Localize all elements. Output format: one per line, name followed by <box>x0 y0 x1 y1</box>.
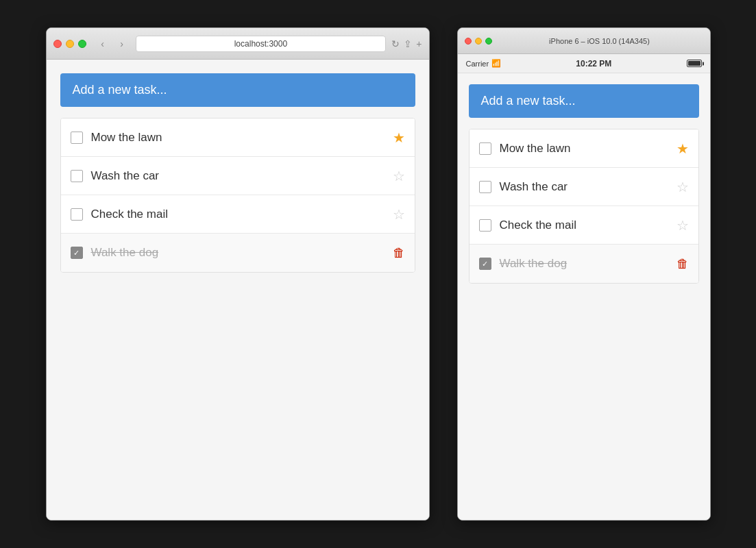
task-list-phone: Mow the lawn ★ Wash the car ☆ Check the … <box>469 129 699 284</box>
task-label-4: Walk the dog <box>91 246 385 260</box>
phone-task-checkbox-4[interactable] <box>479 258 491 270</box>
back-button[interactable]: ‹ <box>95 36 111 52</box>
phone-minimize-button[interactable] <box>475 38 482 45</box>
star-icon-3[interactable]: ☆ <box>393 206 405 223</box>
phone-star-icon-1[interactable]: ★ <box>676 140 689 157</box>
phone-content: Add a new task... Mow the lawn ★ Wash th… <box>458 73 710 520</box>
task-label-3: Check the mail <box>91 208 385 221</box>
browser-window: ‹ › localhost:3000 ↻ ⇪ + Add a new task.… <box>46 27 430 521</box>
carrier-label: Carrier 📶 <box>466 59 502 68</box>
task-input-placeholder-browser: Add a new task... <box>73 83 167 97</box>
new-tab-icon[interactable]: + <box>416 38 422 49</box>
reload-icon[interactable]: ↻ <box>391 38 400 49</box>
task-row: Check the mail ☆ <box>61 195 415 234</box>
phone-task-checkbox-1[interactable] <box>479 142 491 155</box>
browser-titlebar: ‹ › localhost:3000 ↻ ⇪ + <box>47 28 429 60</box>
phone-task-label-4: Walk the dog <box>500 257 668 271</box>
phone-traffic-lights <box>465 38 492 45</box>
task-row: Mow the lawn ★ <box>470 129 698 168</box>
phone-status-bar: Carrier 📶 10:22 PM <box>458 54 710 73</box>
browser-nav: ‹ › <box>95 36 130 52</box>
phone-task-label-1: Mow the lawn <box>500 142 668 155</box>
phone-task-label-3: Check the mail <box>500 219 668 232</box>
task-input-phone[interactable]: Add a new task... <box>469 84 699 118</box>
phone-maximize-button[interactable] <box>485 38 492 45</box>
task-row: Wash the car ☆ <box>61 157 415 195</box>
phone-window: iPhone 6 – iOS 10.0 (14A345) Carrier 📶 1… <box>457 27 711 521</box>
close-button[interactable] <box>53 40 62 48</box>
task-label-1: Mow the lawn <box>91 131 385 145</box>
trash-icon-4[interactable]: 🗑 <box>393 246 405 260</box>
task-checkbox-2[interactable] <box>71 170 83 182</box>
task-row: Wash the car ☆ <box>470 168 698 206</box>
task-checkbox-1[interactable] <box>71 132 83 144</box>
carrier-text: Carrier <box>466 60 489 68</box>
browser-content: Add a new task... Mow the lawn ★ Wash th… <box>47 60 429 520</box>
task-row: Walk the dog 🗑 <box>61 234 415 272</box>
url-text: localhost:3000 <box>234 39 287 49</box>
phone-star-icon-3[interactable]: ☆ <box>676 217 689 234</box>
battery-indicator <box>687 60 702 67</box>
task-checkbox-3[interactable] <box>71 208 83 221</box>
forward-button[interactable]: › <box>114 36 130 52</box>
phone-title: iPhone 6 – iOS 10.0 (14A345) <box>496 37 703 45</box>
address-bar[interactable]: localhost:3000 <box>136 36 387 52</box>
phone-task-checkbox-2[interactable] <box>479 181 491 193</box>
task-list-browser: Mow the lawn ★ Wash the car ☆ Check the … <box>60 118 415 273</box>
task-checkbox-4[interactable] <box>71 247 83 259</box>
task-row: Mow the lawn ★ <box>61 119 415 157</box>
task-input-placeholder-phone: Add a new task... <box>481 94 576 108</box>
star-icon-2[interactable]: ☆ <box>393 168 405 184</box>
traffic-lights <box>53 40 86 48</box>
phone-trash-icon-4[interactable]: 🗑 <box>676 257 689 271</box>
phone-task-label-2: Wash the car <box>500 180 668 194</box>
battery-icon <box>687 60 702 67</box>
task-row: Walk the dog 🗑 <box>470 245 698 283</box>
phone-close-button[interactable] <box>465 38 472 45</box>
wifi-icon: 📶 <box>491 59 501 68</box>
phone-titlebar: iPhone 6 – iOS 10.0 (14A345) <box>458 28 710 54</box>
task-input-browser[interactable]: Add a new task... <box>60 73 415 107</box>
task-label-2: Wash the car <box>91 169 385 183</box>
minimize-button[interactable] <box>66 40 74 48</box>
maximize-button[interactable] <box>78 40 86 48</box>
phone-task-checkbox-3[interactable] <box>479 219 491 232</box>
status-time: 10:22 PM <box>576 59 611 68</box>
phone-star-icon-2[interactable]: ☆ <box>676 179 689 195</box>
browser-actions: ↻ ⇪ + <box>391 38 422 49</box>
battery-fill <box>688 61 700 66</box>
star-icon-1[interactable]: ★ <box>393 129 405 146</box>
task-row: Check the mail ☆ <box>470 206 698 245</box>
share-icon[interactable]: ⇪ <box>404 38 412 49</box>
